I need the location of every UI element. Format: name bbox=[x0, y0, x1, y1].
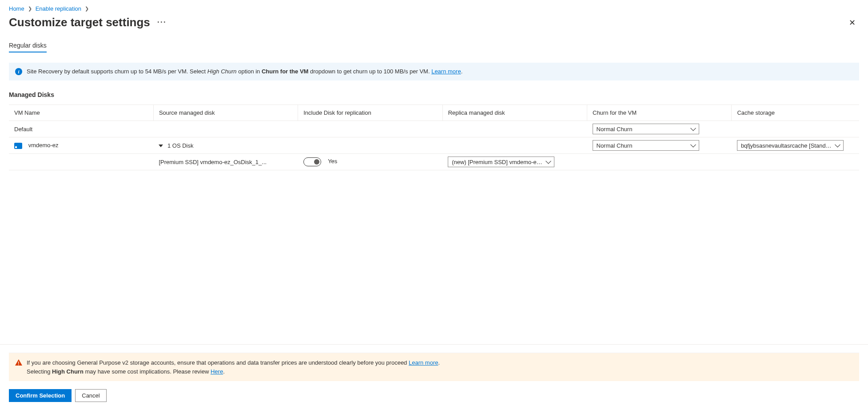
warn-learn-more-link[interactable]: Learn more bbox=[409, 359, 438, 366]
chevron-right-icon: ❯ bbox=[85, 6, 89, 12]
default-churn-dropdown[interactable]: Normal Churn bbox=[593, 124, 699, 134]
col-cache: Cache storage bbox=[732, 105, 859, 121]
breadcrumb-enable-replication[interactable]: Enable replication bbox=[36, 5, 81, 12]
include-disk-value: Yes bbox=[328, 158, 337, 165]
cache-storage-dropdown[interactable]: bqfjybsasnevaultasrcache [Standar... bbox=[737, 140, 844, 151]
vm-icon bbox=[14, 143, 22, 149]
source-disk-name: [Premium SSD] vmdemo-ez_OsDisk_1_... bbox=[153, 154, 298, 170]
managed-disks-table: VM Name Source managed disk Include Disk… bbox=[9, 105, 859, 170]
info-banner: i Site Recovery by default supports chur… bbox=[9, 63, 859, 80]
expand-toggle-icon[interactable] bbox=[159, 145, 163, 147]
col-vm-name: VM Name bbox=[9, 105, 153, 121]
info-icon: i bbox=[15, 68, 22, 75]
warn-here-link[interactable]: Here bbox=[211, 368, 223, 375]
vm-name: vmdemo-ez bbox=[28, 142, 59, 149]
os-disk-summary: 1 OS Disk bbox=[167, 142, 194, 149]
confirm-button[interactable]: Confirm Selection bbox=[9, 389, 72, 402]
breadcrumb-home[interactable]: Home bbox=[9, 5, 24, 12]
page-title: Customize target settings ··· bbox=[9, 16, 167, 29]
warning-banner: If you are choosing General Purpose v2 s… bbox=[9, 353, 859, 381]
close-button[interactable]: ✕ bbox=[845, 16, 859, 29]
warning-icon bbox=[15, 359, 22, 366]
col-churn: Churn for the VM bbox=[587, 105, 732, 121]
replica-disk-dropdown[interactable]: (new) [Premium SSD] vmdemo-ez_... bbox=[448, 157, 554, 167]
tab-regular-disks[interactable]: Regular disks bbox=[9, 42, 47, 52]
section-managed-disks: Managed Disks bbox=[9, 91, 859, 98]
col-replica-disk: Replica managed disk bbox=[442, 105, 587, 121]
col-include-disk: Include Disk for replication bbox=[298, 105, 442, 121]
chevron-right-icon: ❯ bbox=[28, 6, 32, 12]
more-actions-button[interactable]: ··· bbox=[157, 18, 167, 27]
breadcrumb: Home ❯ Enable replication ❯ bbox=[9, 5, 859, 12]
table-row-default: Default Normal Churn bbox=[9, 121, 859, 137]
include-disk-toggle[interactable] bbox=[303, 157, 321, 166]
cancel-button[interactable]: Cancel bbox=[75, 389, 106, 402]
table-row-vm: vmdemo-ez 1 OS Disk Normal Churn bqfjybs… bbox=[9, 137, 859, 154]
table-row-disk: [Premium SSD] vmdemo-ez_OsDisk_1_... Yes… bbox=[9, 154, 859, 170]
vm-churn-dropdown[interactable]: Normal Churn bbox=[593, 140, 699, 151]
col-source-disk: Source managed disk bbox=[153, 105, 298, 121]
learn-more-link[interactable]: Learn more bbox=[431, 68, 461, 75]
divider bbox=[0, 344, 868, 345]
default-label: Default bbox=[9, 121, 153, 137]
